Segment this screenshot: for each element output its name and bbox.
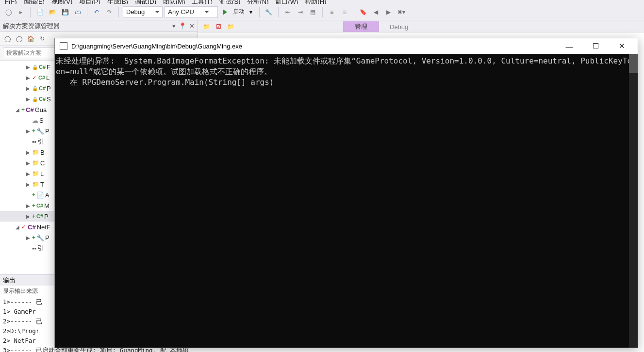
expand-icon[interactable]: ▶ [25, 75, 31, 80]
tree-label: S [47, 96, 51, 103]
tree-label: 引 [37, 137, 44, 146]
tree-label: Gua [35, 106, 47, 113]
bookmark-icon[interactable]: 🔖 [358, 7, 369, 17]
sync-icon[interactable]: ↻ [38, 34, 47, 43]
tree-label: S [39, 117, 44, 124]
pin-icon[interactable]: 📍 [179, 22, 186, 30]
expand-icon[interactable]: ▶ [25, 150, 31, 155]
close-icon[interactable]: ✕ [189, 22, 195, 30]
tree-label: F [47, 64, 50, 71]
tree-label: L [40, 170, 44, 177]
dropdown-icon[interactable]: ▾ [172, 22, 176, 30]
new-file-button[interactable]: 📄 [34, 7, 45, 17]
tree-label: M [44, 202, 50, 209]
expand-icon[interactable]: ▶ [25, 64, 31, 70]
uncomment-icon[interactable]: ≣ [339, 7, 350, 17]
expand-icon[interactable]: ▶ [25, 182, 31, 187]
console-window[interactable]: D:\guangming\Server\GuangMing\bin\Debug\… [54, 38, 638, 348]
app-icon [60, 42, 67, 50]
console-scrollbar[interactable] [629, 54, 638, 348]
expand-icon[interactable]: ▶ [25, 96, 31, 102]
open-button[interactable]: 📂 [47, 7, 58, 17]
forward-button[interactable]: ▸ [16, 7, 26, 17]
back-button[interactable]: ◯ [3, 7, 14, 17]
tree-label: B [40, 149, 45, 156]
comment-icon[interactable]: ≡ [327, 7, 337, 17]
tab-debug[interactable]: Debug [385, 22, 413, 32]
close-button[interactable]: ✕ [611, 39, 633, 53]
tree-label: L [46, 74, 50, 81]
expand-icon[interactable]: ▶ [25, 171, 31, 176]
indent-right-icon[interactable]: ⇥ [295, 7, 306, 17]
menu-bar: F(F) 编辑(E) 视图(V) 项目(P) 生成(B) 调试(D) 团队(M)… [0, 0, 644, 4]
tree-label: P [44, 213, 49, 220]
tab-strip: 📁 ☑ 📁 管理 Debug [198, 20, 644, 33]
tab-manage[interactable]: 管理 [343, 21, 379, 32]
folder-icon: 📁 [203, 23, 210, 30]
console-title-text: D:\guangming\Server\GuangMing\bin\Debug\… [71, 43, 554, 50]
panel-title: 解决方案资源管理器 [3, 22, 60, 31]
tree-label: A [45, 192, 50, 199]
tree-label: NetF [37, 224, 50, 231]
save-all-button[interactable]: 🗃 [72, 7, 83, 17]
redo-button[interactable]: ↷ [104, 7, 115, 17]
maximize-button[interactable]: ☐ [584, 39, 607, 53]
expand-icon[interactable]: ▶ [25, 86, 31, 91]
output-title: 输出 [3, 276, 16, 285]
minimize-button[interactable]: — [558, 39, 580, 53]
fwd-nav-icon[interactable]: ◯ [15, 34, 23, 43]
play-icon [223, 9, 230, 15]
format-icon[interactable]: ▤ [308, 7, 318, 17]
tree-label: P [45, 234, 50, 241]
home-icon[interactable]: 🏠 [26, 34, 35, 43]
tree-label: 引 [37, 244, 44, 253]
save-button[interactable]: 💾 [60, 7, 70, 17]
expand-icon[interactable]: ▶ [25, 203, 31, 208]
expand-icon[interactable]: ▶ [25, 235, 31, 240]
console-output[interactable]: 未经处理的异常: System.BadImageFormatException:… [55, 54, 638, 348]
start-debug-button[interactable]: 启动 ▾ [220, 8, 255, 16]
next-bookmark-icon[interactable]: ▶ [383, 7, 394, 17]
panel-header: 解决方案资源管理器 ▾ 📍 ✕ [0, 20, 198, 32]
folder-icon: 📁 [227, 23, 234, 30]
console-titlebar[interactable]: D:\guangming\Server\GuangMing\bin\Debug\… [55, 38, 638, 54]
tree-label: P [47, 85, 51, 92]
tool-icon[interactable]: 🔧 [264, 7, 274, 17]
expand-icon[interactable]: ◢ [15, 107, 20, 112]
main-toolbar: ◯ ▸ 📄 📂 💾 🗃 ↶ ↷ Debug Any CPU 启动 ▾ 🔧 ⇤ ⇥… [0, 4, 644, 20]
expand-icon[interactable]: ◢ [15, 224, 20, 230]
indent-left-icon[interactable]: ⇤ [282, 7, 293, 17]
undo-button[interactable]: ↶ [91, 7, 102, 17]
expand-icon[interactable]: ▶ [25, 128, 31, 134]
tree-label: T [40, 181, 44, 188]
tree-label: C [40, 160, 45, 167]
back-nav-icon[interactable]: ◯ [3, 34, 12, 43]
output-source-label: 显示输出来源 [3, 287, 38, 295]
platform-combo[interactable]: Any CPU [165, 6, 218, 18]
check-icon: ☑ [216, 23, 221, 30]
expand-icon[interactable]: ▶ [25, 160, 31, 166]
tree-label: P [45, 128, 50, 135]
config-combo[interactable]: Debug [123, 6, 163, 18]
prev-bookmark-icon[interactable]: ◀ [371, 7, 381, 17]
expand-icon[interactable]: ▶ [25, 214, 31, 219]
clear-bookmark-icon[interactable]: ✖▾ [396, 7, 407, 17]
